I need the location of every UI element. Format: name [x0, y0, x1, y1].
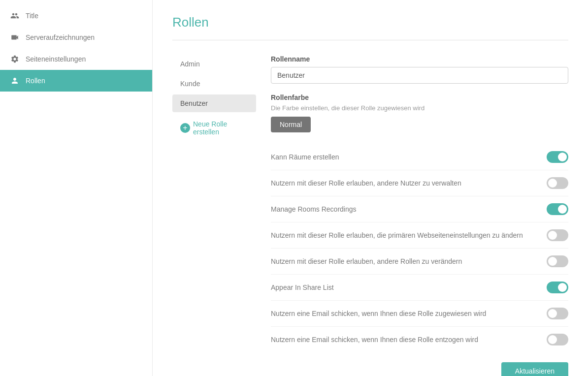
- main-content: Rollen Admin Kunde Benutzer + Neue Rolle…: [153, 0, 588, 376]
- toggle-nutzern-andere-rollen[interactable]: [547, 255, 568, 267]
- permission-row-appear-in-share-list: Appear In Share List: [271, 275, 568, 301]
- title-divider: [172, 40, 568, 40]
- rollenfarbe-label: Rollenfarbe: [271, 94, 568, 101]
- sidebar-item-serveraufzeichnungen-label: Serveraufzeichnungen: [26, 33, 95, 41]
- permission-row-nutzern-email-entzogen: Nutzern eine Email schicken, wenn Ihnen …: [271, 327, 568, 352]
- toggle-manage-rooms-recordings[interactable]: [547, 203, 568, 215]
- sidebar-item-title[interactable]: Title: [0, 5, 152, 27]
- permission-label-nutzern-andere-verwalten: Nutzern mit dieser Rolle erlauben, ander…: [271, 179, 547, 187]
- permission-label-kann-raeume-erstellen: Kann Räume erstellen: [271, 153, 547, 161]
- permission-row-nutzern-andere-verwalten: Nutzern mit dieser Rolle erlauben, ander…: [271, 170, 568, 196]
- plus-icon: +: [180, 123, 190, 133]
- permission-label-appear-in-share-list: Appear In Share List: [271, 283, 547, 291]
- toggle-nutzern-andere-verwalten[interactable]: [547, 177, 568, 189]
- permission-row-kann-raeume-erstellen: Kann Räume erstellen: [271, 144, 568, 170]
- role-item-admin[interactable]: Admin: [172, 55, 256, 73]
- role-form: Rollenname Rollenfarbe Die Farbe einstel…: [271, 55, 568, 376]
- permissions-list: Kann Räume erstellenNutzern mit dieser R…: [271, 144, 568, 352]
- update-btn-row: Aktualisieren: [271, 362, 568, 376]
- content-area: Admin Kunde Benutzer + Neue Rolle erstel…: [172, 55, 568, 376]
- role-item-benutzer[interactable]: Benutzer: [172, 94, 256, 112]
- new-role-label: Neue Rolle erstellen: [193, 120, 248, 136]
- person-icon: [10, 76, 20, 86]
- permission-label-nutzern-email-entzogen: Nutzern eine Email schicken, wenn Ihnen …: [271, 336, 547, 344]
- sidebar-item-title-label: Title: [26, 12, 38, 20]
- permission-row-nutzern-email-zugewiesen: Nutzern eine Email schicken, wenn Ihnen …: [271, 301, 568, 327]
- sidebar-item-rollen-label: Rollen: [26, 77, 45, 85]
- aktualisieren-button[interactable]: Aktualisieren: [501, 362, 568, 376]
- color-button[interactable]: Normal: [271, 117, 311, 132]
- users-icon: [10, 11, 20, 21]
- video-icon: [10, 32, 20, 42]
- permission-label-manage-rooms-recordings: Manage Rooms Recordings: [271, 205, 547, 213]
- sidebar: Title Serveraufzeichnungen Seiteneinstel…: [0, 0, 153, 376]
- sidebar-item-rollen[interactable]: Rollen: [0, 70, 152, 92]
- permission-row-manage-rooms-recordings: Manage Rooms Recordings: [271, 196, 568, 222]
- toggle-kann-raeume-erstellen[interactable]: [547, 151, 568, 163]
- rollenname-label: Rollenname: [271, 55, 568, 63]
- toggle-nutzern-email-entzogen[interactable]: [547, 334, 568, 345]
- permission-label-nutzern-webseiteneinstellungen: Nutzern mit dieser Rolle erlauben, die p…: [271, 231, 547, 239]
- role-item-kunde[interactable]: Kunde: [172, 75, 256, 93]
- permission-label-nutzern-email-zugewiesen: Nutzern eine Email schicken, wenn Ihnen …: [271, 310, 547, 317]
- new-role-button[interactable]: + Neue Rolle erstellen: [172, 115, 256, 141]
- sidebar-item-seiteneinstellungen[interactable]: Seiteneinstellungen: [0, 48, 152, 70]
- sidebar-item-serveraufzeichnungen[interactable]: Serveraufzeichnungen: [0, 27, 152, 48]
- permission-row-nutzern-webseiteneinstellungen: Nutzern mit dieser Rolle erlauben, die p…: [271, 222, 568, 249]
- rollenname-input[interactable]: [271, 67, 568, 84]
- permission-row-nutzern-andere-rollen: Nutzern mit dieser Rolle erlauben, ander…: [271, 249, 568, 275]
- role-list: Admin Kunde Benutzer + Neue Rolle erstel…: [172, 55, 256, 376]
- page-title: Rollen: [172, 15, 568, 30]
- toggle-nutzern-email-zugewiesen[interactable]: [547, 308, 568, 319]
- gear-icon: [10, 54, 20, 64]
- sidebar-item-seiteneinstellungen-label: Seiteneinstellungen: [26, 55, 86, 63]
- rollenfarbe-desc: Die Farbe einstellen, die dieser Rolle z…: [271, 104, 568, 112]
- toggle-nutzern-webseiteneinstellungen[interactable]: [547, 229, 568, 241]
- toggle-appear-in-share-list[interactable]: [547, 282, 568, 293]
- permission-label-nutzern-andere-rollen: Nutzern mit dieser Rolle erlauben, ander…: [271, 257, 547, 265]
